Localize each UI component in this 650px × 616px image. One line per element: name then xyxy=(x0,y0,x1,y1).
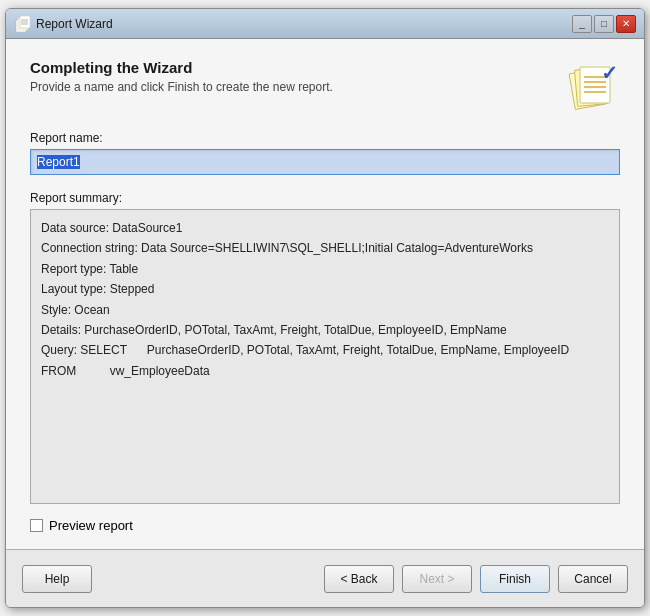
window-icon xyxy=(14,16,30,32)
wizard-header: Completing the Wizard Provide a name and… xyxy=(30,59,620,111)
close-button[interactable]: ✕ xyxy=(616,15,636,33)
preview-checkbox[interactable] xyxy=(30,519,43,532)
preview-section: Preview report xyxy=(30,518,620,533)
summary-connection: Connection string: Data Source=SHELLIWIN… xyxy=(41,238,609,258)
preview-label: Preview report xyxy=(49,518,133,533)
window-controls: _ □ ✕ xyxy=(572,15,636,33)
report-name-label: Report name: xyxy=(30,131,620,145)
summary-datasource: Data source: DataSource1 xyxy=(41,218,609,238)
back-button[interactable]: < Back xyxy=(324,565,394,593)
next-button[interactable]: Next > xyxy=(402,565,472,593)
header-text: Completing the Wizard Provide a name and… xyxy=(30,59,568,94)
title-bar: Report Wizard _ □ ✕ xyxy=(6,9,644,39)
report-wizard-window: Report Wizard _ □ ✕ Completing the Wizar… xyxy=(5,8,645,608)
cancel-button[interactable]: Cancel xyxy=(558,565,628,593)
check-icon: ✓ xyxy=(601,61,618,85)
maximize-button[interactable]: □ xyxy=(594,15,614,33)
summary-report-type: Report type: Table xyxy=(41,259,609,279)
summary-box: Data source: DataSource1 Connection stri… xyxy=(30,209,620,504)
report-name-input[interactable] xyxy=(30,149,620,175)
wizard-subtitle: Provide a name and click Finish to creat… xyxy=(30,80,568,94)
finish-button[interactable]: Finish xyxy=(480,565,550,593)
summary-query-line1: Query: SELECT PurchaseOrderID, POTotal, … xyxy=(41,340,609,360)
summary-layout-type: Layout type: Stepped xyxy=(41,279,609,299)
summary-details: Details: PurchaseOrderID, POTotal, TaxAm… xyxy=(41,320,609,340)
wizard-footer: Help < Back Next > Finish Cancel xyxy=(6,549,644,607)
window-title: Report Wizard xyxy=(36,17,572,31)
wizard-title: Completing the Wizard xyxy=(30,59,568,76)
minimize-button[interactable]: _ xyxy=(572,15,592,33)
summary-query-line2: FROM vw_EmployeeData xyxy=(41,361,609,381)
summary-style: Style: Ocean xyxy=(41,300,609,320)
summary-label: Report summary: xyxy=(30,191,620,205)
wizard-content: Completing the Wizard Provide a name and… xyxy=(6,39,644,549)
help-button[interactable]: Help xyxy=(22,565,92,593)
wizard-icon: ✓ xyxy=(568,59,620,111)
